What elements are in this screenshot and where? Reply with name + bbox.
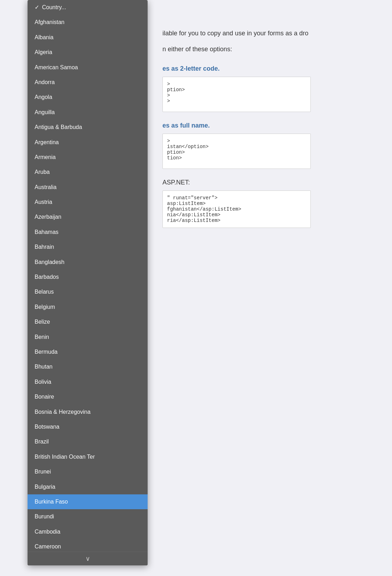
dropdown-item-barbados[interactable]: Barbados (28, 270, 148, 284)
dropdown-item-label: Australia (35, 183, 57, 191)
dropdown-item-bonaire[interactable]: Bonaire (28, 389, 148, 404)
dropdown-item-label: American Samoa (35, 64, 78, 71)
dropdown-item-label: Bahamas (35, 228, 59, 236)
intro-block: ilable for you to copy and use in your f… (162, 28, 364, 54)
scroll-down-indicator[interactable]: ∨ (28, 552, 148, 565)
dropdown-item-australia[interactable]: Australia (28, 180, 148, 195)
options-text: n either of these options: (162, 44, 364, 54)
code-line: > (167, 98, 306, 104)
dropdown-item-label: Andorra (35, 78, 55, 86)
dropdown-item-label: Armenia (35, 153, 56, 161)
dropdown-item-bosnia-herzegovina[interactable]: Bosnia & Herzegovina (28, 405, 148, 419)
dropdown-item-belarus[interactable]: Belarus (28, 284, 148, 299)
dropdown-item-label: Country... (42, 4, 66, 11)
dropdown-item-label: Albania (35, 34, 53, 41)
intro-text: ilable for you to copy and use in your f… (162, 28, 364, 39)
code-line: > (167, 93, 306, 98)
dropdown-item-antigua-barbuda[interactable]: Antigua & Barbuda (28, 120, 148, 135)
dropdown-item-label: Belgium (35, 303, 55, 311)
dropdown-item-algeria[interactable]: Algeria (28, 45, 148, 60)
dropdown-item-label: Bahrain (35, 243, 54, 251)
code-line: tion> (167, 155, 306, 161)
code-line: asp:ListItem> (167, 201, 306, 206)
dropdown-item-argentina[interactable]: Argentina (28, 135, 148, 150)
dropdown-item-azerbaijan[interactable]: Azerbaijan (28, 210, 148, 224)
country-dropdown[interactable]: ✓ Country...AfghanistanAlbaniaAlgeriaAme… (28, 0, 148, 565)
code-line: ption> (167, 87, 306, 93)
dropdown-item-label: Algeria (35, 48, 52, 56)
code-line: > (167, 81, 306, 87)
dropdown-item-label: British Indian Ocean Ter (35, 453, 95, 461)
dropdown-item-bangladesh[interactable]: Bangladesh (28, 255, 148, 270)
checkmark-icon: ✓ (35, 4, 39, 11)
dropdown-item-british-indian-ocean[interactable]: British Indian Ocean Ter (28, 449, 148, 464)
dropdown-item-bermuda[interactable]: Bermuda (28, 345, 148, 359)
dropdown-item-belgium[interactable]: Belgium (28, 300, 148, 315)
code-line: " runat="server"> (167, 195, 306, 201)
dropdown-item-label: Aruba (35, 168, 50, 176)
dropdown-item-bhutan[interactable]: Bhutan (28, 359, 148, 374)
dropdown-item-label: Bhutan (35, 363, 53, 371)
code-line: > (167, 138, 306, 144)
dropdown-item-cambodia[interactable]: Cambodia (28, 524, 148, 539)
dropdown-item-label: Belarus (35, 288, 54, 296)
dropdown-item-aruba[interactable]: Aruba (28, 165, 148, 180)
code-line: istan</option> (167, 144, 306, 149)
dropdown-item-label: Belize (35, 318, 50, 326)
code-box-3: " runat="server"> asp:ListItem> fghanist… (162, 190, 311, 228)
code-box-2: > istan</option> ption> tion> (162, 134, 311, 169)
dropdown-list[interactable]: ✓ Country...AfghanistanAlbaniaAlgeriaAme… (28, 0, 148, 552)
dropdown-item-benin[interactable]: Benin (28, 330, 148, 345)
dropdown-item-label: Burkina Faso (35, 498, 68, 506)
code-box-1: > ption> > > (162, 77, 311, 112)
dropdown-item-label: Benin (35, 333, 49, 341)
dropdown-item-bahamas[interactable]: Bahamas (28, 225, 148, 240)
dropdown-item-label: Cambodia (35, 528, 60, 536)
dropdown-item-label: Bangladesh (35, 258, 65, 266)
dropdown-item-brazil[interactable]: Brazil (28, 434, 148, 449)
dropdown-item-label: Botswana (35, 423, 59, 431)
dropdown-item-burundi[interactable]: Burundi (28, 509, 148, 524)
dropdown-item-botswana[interactable]: Botswana (28, 419, 148, 434)
dropdown-item-label: Burundi (35, 513, 54, 521)
dropdown-item-afghanistan[interactable]: Afghanistan (28, 15, 148, 30)
code-line: ria</asp:ListItem> (167, 218, 306, 223)
dropdown-item-angola[interactable]: Angola (28, 90, 148, 105)
code-line: fghanistan</asp:ListItem> (167, 206, 306, 212)
code-line: ption> (167, 149, 306, 155)
aspnet-label: ASP.NET: (162, 179, 364, 186)
dropdown-item-burkina-faso[interactable]: Burkina Faso (28, 494, 148, 509)
dropdown-item-bulgaria[interactable]: Bulgaria (28, 480, 148, 494)
dropdown-item-label: Bosnia & Herzegovina (35, 408, 90, 416)
dropdown-item-label: Bonaire (35, 393, 54, 401)
dropdown-item-label: Bermuda (35, 348, 58, 356)
dropdown-item-label: Barbados (35, 273, 59, 281)
dropdown-item-anguilla[interactable]: Anguilla (28, 105, 148, 120)
dropdown-item-label: Brazil (35, 438, 49, 446)
code-line: nia</asp:ListItem> (167, 212, 306, 218)
option1-label: es as 2-letter code. (162, 65, 364, 72)
dropdown-item-brunei[interactable]: Brunei (28, 464, 148, 479)
dropdown-item-bahrain[interactable]: Bahrain (28, 240, 148, 254)
option2-label: es as full name. (162, 122, 364, 129)
dropdown-item-bolivia[interactable]: Bolivia (28, 375, 148, 389)
dropdown-item-label: Austria (35, 198, 52, 206)
dropdown-item-austria[interactable]: Austria (28, 195, 148, 210)
dropdown-item-country-header[interactable]: ✓ Country... (28, 0, 148, 15)
dropdown-item-label: Argentina (35, 139, 59, 146)
dropdown-item-label: Anguilla (35, 108, 55, 116)
dropdown-item-label: Azerbaijan (35, 213, 61, 221)
dropdown-item-american-samoa[interactable]: American Samoa (28, 60, 148, 75)
dropdown-item-cameroon[interactable]: Cameroon (28, 539, 148, 552)
dropdown-item-armenia[interactable]: Armenia (28, 150, 148, 165)
dropdown-item-label: Angola (35, 93, 52, 101)
dropdown-item-label: Cameroon (35, 543, 61, 551)
dropdown-item-andorra[interactable]: Andorra (28, 75, 148, 90)
dropdown-item-albania[interactable]: Albania (28, 30, 148, 45)
dropdown-item-label: Bulgaria (35, 483, 55, 491)
dropdown-item-label: Antigua & Barbuda (35, 123, 82, 131)
dropdown-item-label: Bolivia (35, 378, 51, 386)
dropdown-item-belize[interactable]: Belize (28, 315, 148, 329)
dropdown-item-label: Afghanistan (35, 18, 65, 26)
dropdown-item-label: Brunei (35, 468, 51, 476)
